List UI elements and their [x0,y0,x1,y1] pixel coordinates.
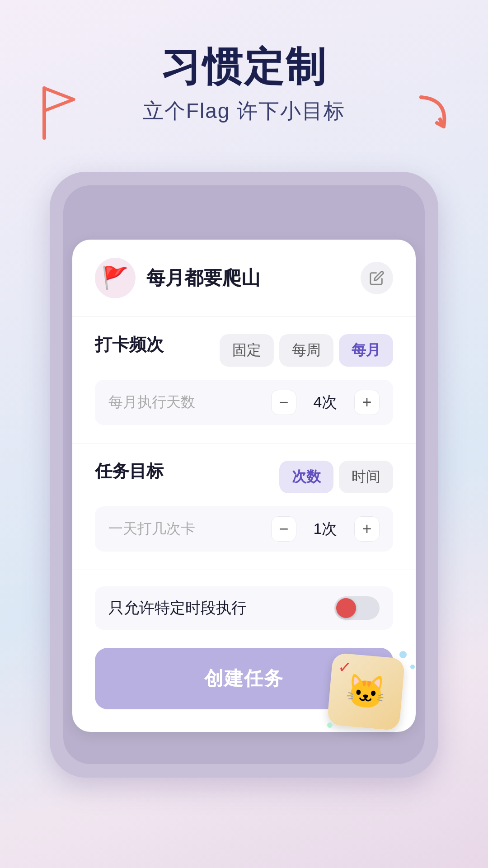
freq-option-fixed[interactable]: 固定 [220,334,274,367]
card-header: 🚩 每月都要爬山 [95,258,393,298]
daily-count-label: 一天打几次卡 [108,519,195,539]
freq-unit: 次 [322,393,337,410]
monthly-days-counter: 每月执行天数 − 4次 + [95,380,393,425]
goal-section: 任务目标 次数 时间 一天打几次卡 − 1次 + [95,460,393,552]
freq-option-monthly[interactable]: 每月 [339,334,393,367]
phone-inner: 🚩 每月都要爬山 打卡频次 固定 每周 每月 [63,185,425,764]
divider-2 [72,443,416,443]
divider-3 [72,570,416,570]
goal-toggle-group: 次数 时间 [279,461,393,493]
task-name: 每月都要爬山 [146,265,361,291]
pencil-icon [369,270,385,286]
goal-counter-controls: − 1次 + [271,516,380,542]
time-restrict-row: 只允许特定时段执行 [95,586,393,630]
decrement-button-1[interactable]: − [271,390,296,415]
cat-sticker: 🐱 ✓ [327,652,405,731]
goal-unit: 次 [322,520,337,537]
page-title: 习惯定制 [0,45,488,89]
phone-container: 🚩 每月都要爬山 打卡频次 固定 每周 每月 [50,172,438,778]
cat-emoji: 🐱 [344,671,388,713]
edit-button[interactable] [361,262,393,294]
header: 习惯定制 立个Flag 许下小目标 [0,0,488,125]
toggle-knob [336,598,356,618]
counter-controls: − 4次 + [271,390,380,415]
goal-header-row: 任务目标 次数 时间 [95,460,393,494]
increment-button-2[interactable]: + [354,516,380,542]
goal-count-value: 1次 [307,519,343,539]
daily-count-counter: 一天打几次卡 − 1次 + [95,506,393,552]
monthly-days-label: 每月执行天数 [108,392,195,412]
goal-option-count[interactable]: 次数 [279,461,333,493]
goal-option-time[interactable]: 时间 [339,461,393,493]
time-restrict-label: 只允许特定时段执行 [108,598,247,618]
freq-option-weekly[interactable]: 每周 [279,334,333,367]
frequency-toggle-group: 固定 每周 每月 [220,334,393,367]
frequency-count-value: 4次 [307,392,343,413]
frequency-label: 打卡频次 [95,333,164,356]
cat-decoration: 🐱 ✓ [330,656,411,737]
task-icon: 🚩 [95,258,136,298]
decrement-button-2[interactable]: − [271,516,296,542]
divider-1 [72,316,416,317]
page-subtitle: 立个Flag 许下小目标 [0,97,488,125]
increment-button-1[interactable]: + [354,390,380,415]
frequency-section: 打卡频次 固定 每周 每月 [95,333,393,367]
goal-label: 任务目标 [95,460,164,483]
time-restrict-toggle[interactable] [334,596,380,620]
